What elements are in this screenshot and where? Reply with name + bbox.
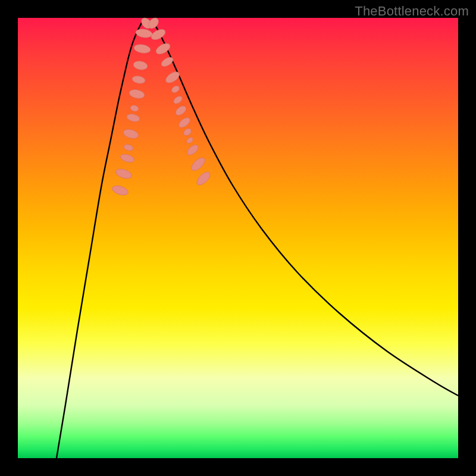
data-marker [189, 155, 207, 173]
chart-container: TheBottleneck.com [0, 0, 476, 476]
plot-area [18, 18, 458, 458]
data-marker [164, 70, 181, 85]
watermark-text: TheBottleneck.com [355, 4, 469, 19]
data-marker [115, 167, 133, 180]
data-marker [111, 184, 130, 197]
data-marker [186, 136, 194, 145]
data-marker [120, 153, 135, 164]
data-marker [170, 84, 180, 94]
data-marker [159, 55, 174, 68]
data-marker [129, 88, 145, 99]
data-marker [133, 60, 148, 71]
data-marker [130, 105, 139, 112]
chart-svg [18, 18, 458, 458]
data-marker [173, 95, 184, 105]
data-marker [131, 75, 146, 84]
data-marker [174, 104, 187, 117]
data-markers [111, 16, 212, 197]
curve-right-branch [152, 21, 458, 396]
data-marker [186, 143, 200, 156]
data-marker [195, 170, 212, 187]
data-marker [133, 43, 151, 54]
data-marker [177, 115, 192, 129]
data-marker [123, 128, 140, 140]
data-marker [182, 127, 192, 137]
data-marker [123, 143, 134, 152]
data-marker [126, 113, 140, 123]
curve-left-branch [57, 21, 143, 458]
